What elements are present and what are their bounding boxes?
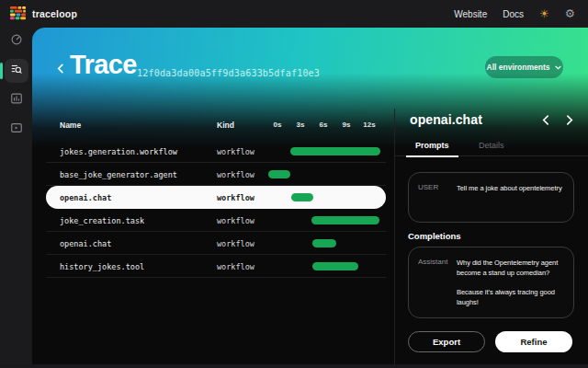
next-span-button[interactable] [563, 114, 574, 125]
brand-name: traceloop [32, 8, 77, 19]
time-tick: 3s [297, 121, 305, 129]
page-title: Trace [70, 50, 137, 80]
span-kind: workflow [217, 147, 254, 156]
trace-search-icon [10, 63, 23, 79]
prompt-role-label: USER [418, 183, 457, 212]
completion-card: Assistant Why did the Opentelemetry agen… [408, 247, 574, 318]
environment-selector[interactable]: All environments [485, 56, 563, 78]
span-name: openai.chat [60, 239, 111, 248]
export-button[interactable]: Export [408, 331, 485, 352]
details-panel: openai.chat Prompts Details USER Tell me… [394, 109, 588, 368]
gauge-icon [10, 33, 23, 50]
prompt-text: Tell me a joke about opentelemetry [457, 183, 564, 212]
bar-chart-icon [10, 92, 23, 109]
span-name: openai.chat [60, 193, 111, 202]
left-sidebar [0, 28, 32, 368]
main-panel: Trace 12f0da3da00a5ff9d3a633b5dfaf10e3 A… [32, 28, 588, 368]
duration-bar [290, 147, 380, 155]
table-row[interactable]: base_joke_generator.agent workflow [46, 163, 386, 186]
trace-id: 12f0da3da00a5ff9d3a633b5dfaf10e3 [137, 68, 320, 78]
span-name: base_joke_generator.agent [60, 170, 177, 179]
sun-icon[interactable]: ☀ [539, 8, 549, 19]
sidebar-item-dashboard[interactable] [5, 29, 28, 53]
span-kind: workflow [217, 262, 254, 271]
span-kind: workflow [217, 193, 254, 202]
selected-span-title: openai.chat [410, 112, 482, 127]
span-name: joke_creation.task [60, 216, 144, 225]
completions-heading: Completions [408, 231, 461, 241]
span-table: jokes.generation.workflow workflow base_… [46, 140, 386, 278]
environment-selector-value: All environments [487, 63, 550, 72]
completion-paragraph: Why did the Opentelemetry agent become a… [457, 258, 564, 279]
refine-button[interactable]: Refine [495, 331, 572, 352]
duration-bar [268, 170, 290, 178]
duration-bar [311, 216, 379, 224]
top-bar: traceloop Website Docs ☀ ⚙ [0, 0, 588, 28]
terminal-icon [10, 121, 23, 138]
completion-role-label: Assistant [418, 258, 457, 307]
duration-bar [312, 239, 336, 247]
details-tabs: Prompts Details [395, 135, 588, 156]
prompt-card: USER Tell me a joke about opentelemetry [408, 172, 574, 223]
sidebar-item-traces[interactable] [5, 59, 28, 83]
completion-text: Why did the Opentelemetry agent become a… [457, 258, 564, 307]
span-kind: workflow [217, 239, 254, 248]
span-name: jokes.generation.workflow [60, 147, 177, 156]
prev-span-button[interactable] [540, 114, 551, 125]
chevron-down-icon [555, 63, 561, 72]
website-link[interactable]: Website [454, 9, 487, 19]
duration-bar [312, 262, 358, 270]
tab-prompts[interactable]: Prompts [406, 137, 458, 157]
sidebar-item-playground[interactable] [5, 118, 28, 142]
gear-icon[interactable]: ⚙ [565, 8, 575, 20]
column-header-kind: Kind [217, 121, 234, 130]
table-row[interactable]: jokes.generation.workflow workflow [46, 140, 386, 163]
table-row[interactable]: joke_creation.task workflow [46, 209, 386, 232]
sidebar-item-analytics[interactable] [5, 88, 28, 112]
span-kind: workflow [217, 170, 254, 179]
table-header: Name Kind 0s 3s 6s 9s 12s [46, 121, 386, 135]
table-row[interactable]: openai.chat workflow [46, 232, 386, 255]
time-tick: 6s [320, 121, 328, 129]
back-button[interactable] [53, 61, 68, 75]
time-tick: 0s [274, 121, 282, 129]
time-tick: 12s [363, 121, 375, 129]
brand[interactable]: traceloop [10, 6, 77, 22]
completion-paragraph: Because it's always tracing good laughs! [457, 287, 564, 308]
table-row[interactable]: history_jokes.tool workflow [46, 255, 386, 278]
traceloop-logo-icon [10, 6, 26, 22]
window-bottom-strip [0, 364, 588, 368]
tab-details[interactable]: Details [469, 137, 514, 157]
span-name: history_jokes.tool [60, 262, 144, 271]
time-tick: 9s [343, 121, 351, 129]
column-header-name: Name [60, 121, 81, 130]
duration-bar [291, 193, 313, 201]
span-kind: workflow [217, 216, 254, 225]
table-row-selected[interactable]: openai.chat workflow [46, 186, 386, 209]
docs-link[interactable]: Docs [503, 9, 524, 19]
